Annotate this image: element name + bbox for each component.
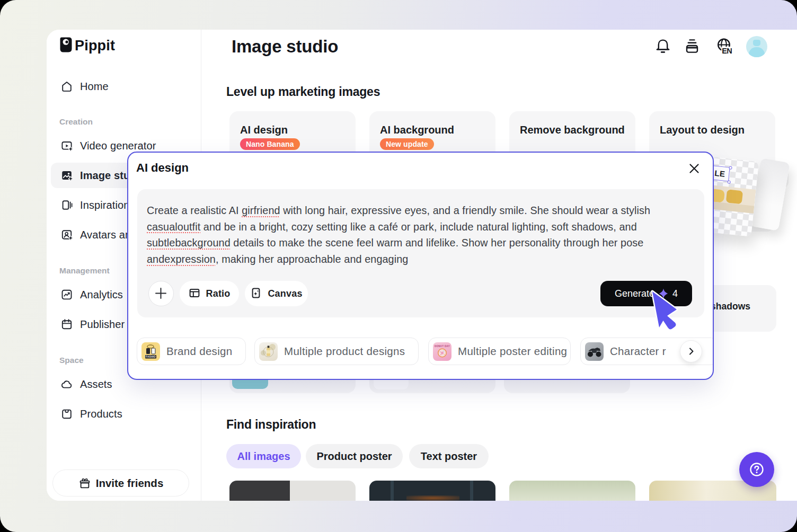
svg-text:FASHIO: FASHIO (146, 356, 156, 358)
svg-text:EN: EN (722, 47, 732, 55)
svg-text:DONUT DAY: DONUT DAY (435, 344, 450, 347)
